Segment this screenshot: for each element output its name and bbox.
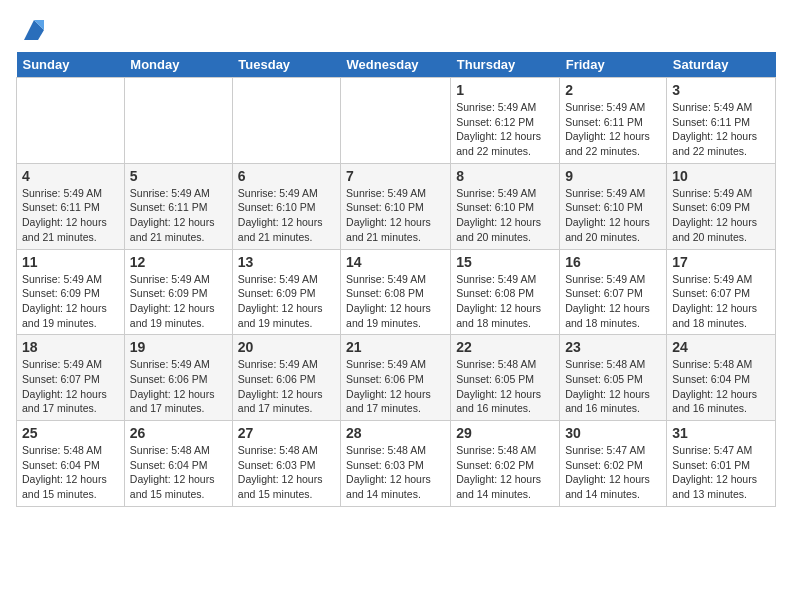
day-cell: 1Sunrise: 5:49 AMSunset: 6:12 PMDaylight… xyxy=(451,78,560,164)
day-cell: 5Sunrise: 5:49 AMSunset: 6:11 PMDaylight… xyxy=(124,163,232,249)
day-cell: 24Sunrise: 5:48 AMSunset: 6:04 PMDayligh… xyxy=(667,335,776,421)
day-info: Sunrise: 5:49 AMSunset: 6:09 PMDaylight:… xyxy=(672,186,770,245)
day-info: Sunrise: 5:48 AMSunset: 6:03 PMDaylight:… xyxy=(346,443,445,502)
day-number: 10 xyxy=(672,168,770,184)
day-info: Sunrise: 5:49 AMSunset: 6:06 PMDaylight:… xyxy=(130,357,227,416)
day-number: 24 xyxy=(672,339,770,355)
day-number: 6 xyxy=(238,168,335,184)
day-number: 3 xyxy=(672,82,770,98)
day-cell: 26Sunrise: 5:48 AMSunset: 6:04 PMDayligh… xyxy=(124,421,232,507)
day-number: 4 xyxy=(22,168,119,184)
day-cell: 16Sunrise: 5:49 AMSunset: 6:07 PMDayligh… xyxy=(560,249,667,335)
day-cell: 28Sunrise: 5:48 AMSunset: 6:03 PMDayligh… xyxy=(341,421,451,507)
day-number: 1 xyxy=(456,82,554,98)
day-info: Sunrise: 5:49 AMSunset: 6:07 PMDaylight:… xyxy=(565,272,661,331)
col-header-thursday: Thursday xyxy=(451,52,560,78)
calendar: SundayMondayTuesdayWednesdayThursdayFrid… xyxy=(16,52,776,507)
day-info: Sunrise: 5:49 AMSunset: 6:10 PMDaylight:… xyxy=(565,186,661,245)
day-cell: 19Sunrise: 5:49 AMSunset: 6:06 PMDayligh… xyxy=(124,335,232,421)
day-cell: 29Sunrise: 5:48 AMSunset: 6:02 PMDayligh… xyxy=(451,421,560,507)
day-info: Sunrise: 5:48 AMSunset: 6:03 PMDaylight:… xyxy=(238,443,335,502)
week-row-1: 1Sunrise: 5:49 AMSunset: 6:12 PMDaylight… xyxy=(17,78,776,164)
day-number: 11 xyxy=(22,254,119,270)
day-cell: 20Sunrise: 5:49 AMSunset: 6:06 PMDayligh… xyxy=(232,335,340,421)
day-info: Sunrise: 5:48 AMSunset: 6:05 PMDaylight:… xyxy=(565,357,661,416)
day-number: 16 xyxy=(565,254,661,270)
day-cell: 14Sunrise: 5:49 AMSunset: 6:08 PMDayligh… xyxy=(341,249,451,335)
day-info: Sunrise: 5:49 AMSunset: 6:11 PMDaylight:… xyxy=(22,186,119,245)
day-info: Sunrise: 5:48 AMSunset: 6:05 PMDaylight:… xyxy=(456,357,554,416)
day-cell: 13Sunrise: 5:49 AMSunset: 6:09 PMDayligh… xyxy=(232,249,340,335)
day-info: Sunrise: 5:49 AMSunset: 6:08 PMDaylight:… xyxy=(346,272,445,331)
day-number: 28 xyxy=(346,425,445,441)
day-cell: 11Sunrise: 5:49 AMSunset: 6:09 PMDayligh… xyxy=(17,249,125,335)
col-header-wednesday: Wednesday xyxy=(341,52,451,78)
header xyxy=(16,16,776,44)
day-number: 25 xyxy=(22,425,119,441)
day-cell xyxy=(17,78,125,164)
day-info: Sunrise: 5:48 AMSunset: 6:02 PMDaylight:… xyxy=(456,443,554,502)
day-info: Sunrise: 5:49 AMSunset: 6:06 PMDaylight:… xyxy=(346,357,445,416)
day-info: Sunrise: 5:49 AMSunset: 6:07 PMDaylight:… xyxy=(672,272,770,331)
day-cell: 7Sunrise: 5:49 AMSunset: 6:10 PMDaylight… xyxy=(341,163,451,249)
week-row-2: 4Sunrise: 5:49 AMSunset: 6:11 PMDaylight… xyxy=(17,163,776,249)
week-row-3: 11Sunrise: 5:49 AMSunset: 6:09 PMDayligh… xyxy=(17,249,776,335)
week-row-5: 25Sunrise: 5:48 AMSunset: 6:04 PMDayligh… xyxy=(17,421,776,507)
day-cell: 12Sunrise: 5:49 AMSunset: 6:09 PMDayligh… xyxy=(124,249,232,335)
day-number: 22 xyxy=(456,339,554,355)
day-cell: 30Sunrise: 5:47 AMSunset: 6:02 PMDayligh… xyxy=(560,421,667,507)
day-number: 15 xyxy=(456,254,554,270)
day-info: Sunrise: 5:49 AMSunset: 6:11 PMDaylight:… xyxy=(565,100,661,159)
day-cell xyxy=(232,78,340,164)
day-info: Sunrise: 5:48 AMSunset: 6:04 PMDaylight:… xyxy=(672,357,770,416)
day-cell: 21Sunrise: 5:49 AMSunset: 6:06 PMDayligh… xyxy=(341,335,451,421)
logo xyxy=(16,16,48,44)
day-info: Sunrise: 5:49 AMSunset: 6:11 PMDaylight:… xyxy=(130,186,227,245)
day-number: 5 xyxy=(130,168,227,184)
col-header-saturday: Saturday xyxy=(667,52,776,78)
day-number: 9 xyxy=(565,168,661,184)
day-cell: 8Sunrise: 5:49 AMSunset: 6:10 PMDaylight… xyxy=(451,163,560,249)
day-info: Sunrise: 5:49 AMSunset: 6:09 PMDaylight:… xyxy=(22,272,119,331)
day-number: 13 xyxy=(238,254,335,270)
day-info: Sunrise: 5:49 AMSunset: 6:10 PMDaylight:… xyxy=(456,186,554,245)
day-info: Sunrise: 5:49 AMSunset: 6:08 PMDaylight:… xyxy=(456,272,554,331)
day-number: 14 xyxy=(346,254,445,270)
day-number: 31 xyxy=(672,425,770,441)
day-cell: 4Sunrise: 5:49 AMSunset: 6:11 PMDaylight… xyxy=(17,163,125,249)
day-info: Sunrise: 5:47 AMSunset: 6:01 PMDaylight:… xyxy=(672,443,770,502)
day-number: 26 xyxy=(130,425,227,441)
day-cell: 18Sunrise: 5:49 AMSunset: 6:07 PMDayligh… xyxy=(17,335,125,421)
day-info: Sunrise: 5:49 AMSunset: 6:10 PMDaylight:… xyxy=(346,186,445,245)
day-number: 19 xyxy=(130,339,227,355)
day-number: 29 xyxy=(456,425,554,441)
day-number: 23 xyxy=(565,339,661,355)
day-info: Sunrise: 5:49 AMSunset: 6:12 PMDaylight:… xyxy=(456,100,554,159)
day-cell: 22Sunrise: 5:48 AMSunset: 6:05 PMDayligh… xyxy=(451,335,560,421)
day-number: 18 xyxy=(22,339,119,355)
header-row: SundayMondayTuesdayWednesdayThursdayFrid… xyxy=(17,52,776,78)
day-cell: 17Sunrise: 5:49 AMSunset: 6:07 PMDayligh… xyxy=(667,249,776,335)
day-number: 21 xyxy=(346,339,445,355)
col-header-tuesday: Tuesday xyxy=(232,52,340,78)
day-cell: 23Sunrise: 5:48 AMSunset: 6:05 PMDayligh… xyxy=(560,335,667,421)
day-info: Sunrise: 5:49 AMSunset: 6:09 PMDaylight:… xyxy=(238,272,335,331)
day-info: Sunrise: 5:48 AMSunset: 6:04 PMDaylight:… xyxy=(130,443,227,502)
day-cell: 27Sunrise: 5:48 AMSunset: 6:03 PMDayligh… xyxy=(232,421,340,507)
day-number: 27 xyxy=(238,425,335,441)
col-header-monday: Monday xyxy=(124,52,232,78)
col-header-sunday: Sunday xyxy=(17,52,125,78)
day-cell xyxy=(124,78,232,164)
day-number: 20 xyxy=(238,339,335,355)
day-cell: 25Sunrise: 5:48 AMSunset: 6:04 PMDayligh… xyxy=(17,421,125,507)
week-row-4: 18Sunrise: 5:49 AMSunset: 6:07 PMDayligh… xyxy=(17,335,776,421)
day-cell xyxy=(341,78,451,164)
day-info: Sunrise: 5:49 AMSunset: 6:11 PMDaylight:… xyxy=(672,100,770,159)
day-info: Sunrise: 5:49 AMSunset: 6:07 PMDaylight:… xyxy=(22,357,119,416)
col-header-friday: Friday xyxy=(560,52,667,78)
day-cell: 31Sunrise: 5:47 AMSunset: 6:01 PMDayligh… xyxy=(667,421,776,507)
day-number: 17 xyxy=(672,254,770,270)
day-number: 7 xyxy=(346,168,445,184)
day-cell: 3Sunrise: 5:49 AMSunset: 6:11 PMDaylight… xyxy=(667,78,776,164)
day-cell: 2Sunrise: 5:49 AMSunset: 6:11 PMDaylight… xyxy=(560,78,667,164)
